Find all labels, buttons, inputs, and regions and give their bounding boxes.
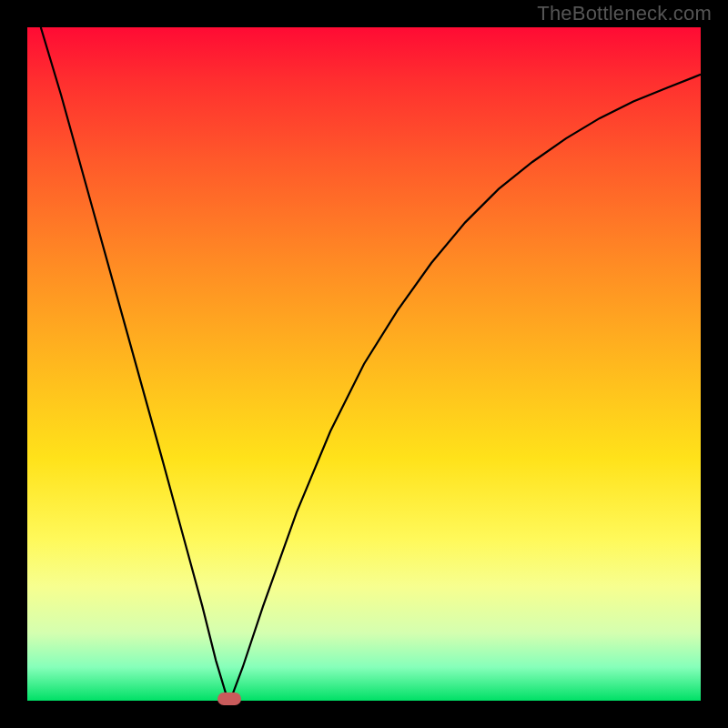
curve-path (41, 27, 701, 701)
minimum-marker (217, 693, 241, 705)
chart-frame: TheBottleneck.com (0, 0, 728, 728)
watermark-text: TheBottleneck.com (537, 2, 712, 25)
bottleneck-curve (27, 27, 701, 701)
